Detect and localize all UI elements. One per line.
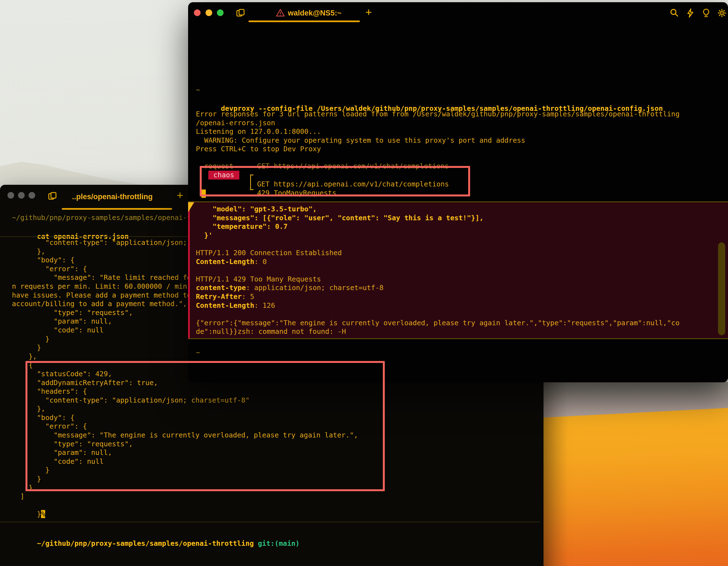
git-branch: git:(main) (258, 539, 300, 547)
minimize-button[interactable] (18, 192, 25, 199)
scrollbar-thumb[interactable] (718, 242, 725, 335)
terminal-line: WARNING: Configure your operating system… (196, 136, 680, 145)
terminal-line: HTTP/1.1 200 Connection Established (196, 249, 680, 257)
partial-line-cursor: % (41, 510, 45, 518)
terminal-line: }' (196, 231, 680, 240)
zoom-button[interactable] (217, 9, 224, 16)
terminal-line: /openai-errors.json (196, 119, 680, 127)
block-separator (0, 522, 540, 522)
tab-openai-throttling[interactable]: ..ples/openai-throttling (72, 193, 153, 201)
close-button[interactable] (7, 192, 14, 199)
bottom-prompt: ~/github/pnp/proxy-samples/samples/opena… (12, 530, 300, 539)
new-tab-button[interactable]: + (365, 7, 372, 18)
previous-prompt-tilde: ~ (196, 86, 200, 94)
json-closing-line: }% (12, 501, 45, 510)
lightning-icon[interactable] (685, 8, 696, 18)
terminal-line: Listening on 127.0.0.1:8000... (196, 127, 680, 136)
block-corner-marker (188, 202, 194, 212)
response-block[interactable]: "model": "gpt-3.5-turbo", "messages": [{… (188, 201, 728, 339)
terminal-line: "model": "gpt-3.5-turbo", (196, 205, 680, 214)
terminal-line: ] (12, 492, 358, 501)
current-prompt-tilde: ~ (196, 348, 200, 357)
error-stripe (188, 202, 190, 338)
tab-waldek-ns5[interactable]: waldek@NS5:~ (288, 9, 342, 17)
terminal-line: Press CTRL+C to stop Dev Proxy (196, 145, 680, 153)
new-tab-button[interactable]: + (177, 190, 183, 201)
response-block-text: "model": "gpt-3.5-turbo", "messages": [{… (196, 205, 680, 336)
gear-icon[interactable] (717, 8, 727, 18)
devproxy-command: devproxy --config-file /Users/waldek/git… (196, 95, 663, 104)
desktop: { "colors": { "terminal_yellow": "#e1a61… (0, 0, 728, 566)
zoom-button[interactable] (29, 192, 35, 199)
close-button[interactable] (194, 9, 201, 16)
terminal-line (196, 310, 680, 319)
terminal-line: Error responses for 3 url patterns loade… (196, 110, 680, 119)
active-tab-underline (248, 21, 360, 22)
annotation-box-chaos (200, 166, 470, 196)
cat-command: cat openai-errors.json (12, 223, 129, 232)
terminal-line: {"error":{"message":"The engine is curre… (196, 319, 680, 327)
terminal-line: content-type: application/json; charset=… (196, 283, 680, 292)
terminal-line (196, 240, 680, 249)
search-icon[interactable] (669, 8, 680, 18)
terminal-line: "temperature": 0.7 (196, 222, 680, 231)
terminal-line: Content-Length: 0 (196, 257, 680, 266)
devproxy-output: Error responses for 3 url patterns loade… (196, 110, 680, 153)
terminal-line: Retry-After: 5 (196, 292, 680, 301)
active-tab-underline (62, 208, 172, 210)
front-titlebar[interactable]: waldek@NS5:~ + (188, 2, 728, 22)
blocks-icon[interactable] (235, 7, 246, 18)
terminal-line: HTTP/1.1 429 Too Many Requests (196, 275, 680, 284)
blocks-icon[interactable] (47, 190, 58, 201)
warning-triangle-icon (276, 8, 285, 17)
terminal-line (196, 266, 680, 275)
terminal-line: Content-Length: 126 (196, 301, 680, 310)
minimize-button[interactable] (206, 9, 212, 16)
terminal-line: "messages": [{"role": "user", "content":… (196, 214, 680, 222)
annotation-box-json (25, 361, 385, 491)
terminal-line: de":null}}zsh: command not found: -H (196, 327, 680, 336)
lightbulb-icon[interactable] (701, 8, 711, 18)
